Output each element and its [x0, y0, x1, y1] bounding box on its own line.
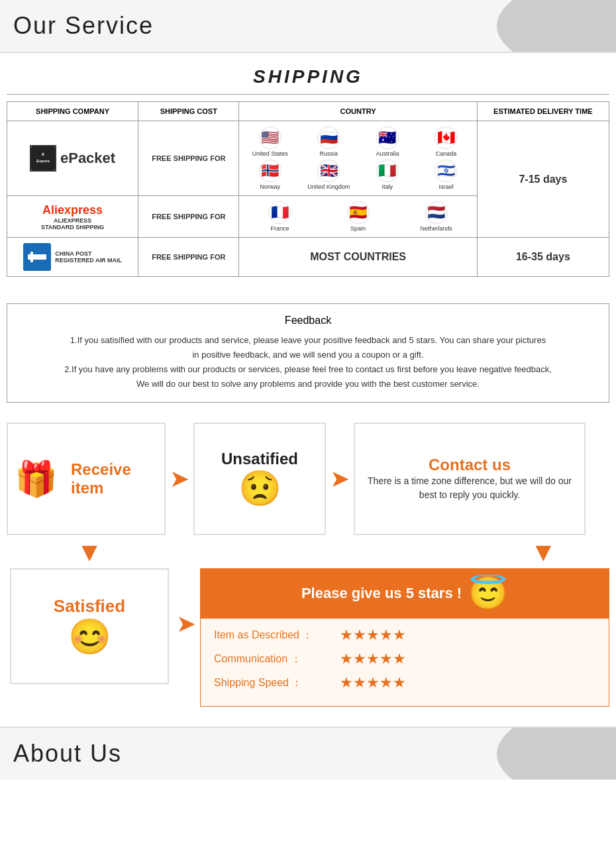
flag-es: 🇪🇸 Spain: [347, 201, 370, 232]
svg-rect-5: [30, 252, 33, 262]
flow-section: 🎁 Receive item ➤ Unsatified 😟 ➤ Contact …: [0, 416, 616, 713]
receive-box: 🎁 Receive item: [7, 423, 166, 535]
arrow-down-right-area: ▼: [200, 535, 609, 568]
epacket-label: ePacket: [60, 150, 115, 167]
flag-fr: 🇫🇷 France: [268, 201, 291, 232]
our-service-header: Our Service: [0, 0, 616, 53]
shipping-section: SHIPPING SHIPPING COMPANY SHIPPING COST …: [0, 53, 616, 290]
shipping-table: SHIPPING COMPANY SHIPPING COST COUNTRY E…: [7, 101, 609, 277]
delivery-time-7-15: 7-15 days: [477, 121, 609, 238]
company-china-post: CHINA POSTREGISTERED AIR MAIL: [7, 238, 138, 277]
flow-bottom-area: ▼ Satisfied 😊 ➤ ▼ Please give us 5 stars…: [7, 535, 609, 707]
flag-ru: 🇷🇺 Russia: [317, 127, 340, 157]
feedback-text: 1.If you satisified with our products an…: [21, 333, 595, 391]
rating-row-shipping: Shipping Speed ： ★★★★★: [214, 674, 595, 691]
unsatisfied-box: Unsatified 😟: [193, 423, 326, 535]
epacket-cost: FREE SHIPPING FOR: [138, 121, 239, 196]
stars-container: Please give us 5 stars ! 😇 Item as Descr…: [200, 568, 609, 707]
rating-row-communication: Communication ： ★★★★★: [214, 650, 595, 668]
col-cost: SHIPPING COST: [138, 102, 239, 121]
flag-au: 🇦🇺 Australia: [376, 127, 399, 157]
contact-box: Contact us There is a time zone differen…: [354, 423, 586, 535]
table-row: e Expres ePacket FREE SHIPPING FOR 🇺🇸: [7, 121, 609, 196]
arrow-right-satisfied: ➤: [172, 566, 200, 682]
stars-ratings: Item as Described ： ★★★★★ Communication …: [200, 619, 609, 707]
svg-rect-0: [31, 146, 55, 170]
stars-banner-area: Please give us 5 stars ! 😇 Item as Descr…: [200, 568, 609, 707]
flag-gb: 🇬🇧 United Kingdom: [307, 160, 350, 190]
unsatisfied-emoji: 😟: [238, 468, 282, 509]
table-row: CHINA POSTREGISTERED AIR MAIL FREE SHIPP…: [7, 238, 609, 277]
satisfied-emoji: 😊: [68, 617, 111, 657]
shipping-divider: [7, 94, 609, 95]
satisfied-box: Satisfied 😊: [10, 568, 169, 684]
china-post-countries: MOST COUNTRIES: [239, 238, 477, 277]
epacket-countries: 🇺🇸 United States 🇷🇺 Russia 🇦🇺 Australia: [239, 121, 477, 196]
flag-no: 🇳🇴 Norway: [259, 160, 282, 190]
col-company: SHIPPING COMPANY: [7, 102, 138, 121]
left-column: ▼ Satisfied 😊: [7, 535, 172, 684]
company-epacket: e Expres ePacket: [7, 121, 138, 196]
about-us-header: About Us: [0, 727, 616, 780]
company-aliexpress: Aliexpress ALIEXPRESSSTANDARD SHIPPING: [7, 196, 138, 238]
col-delivery: ESTIMATED DELIVERY TIME: [477, 102, 609, 121]
header-wave-decoration: [417, 0, 616, 52]
flag-us: 🇺🇸 United States: [252, 127, 288, 157]
china-post-icon: [23, 243, 51, 271]
china-post-cost: FREE SHIPPING FOR: [138, 238, 239, 277]
flag-il: 🇮🇱 Israel: [435, 160, 457, 190]
flag-nl: 🇳🇱 Netherlands: [420, 201, 452, 232]
arrow-down-left: ▼: [10, 535, 169, 568]
five-stars-banner: Please give us 5 stars ! 😇: [200, 568, 609, 619]
aliexpress-logo: Aliexpress: [11, 203, 134, 217]
flag-ca: 🇨🇦 Canada: [435, 127, 457, 157]
feedback-title: Feedback: [21, 315, 595, 327]
flow-top-row: 🎁 Receive item ➤ Unsatified 😟 ➤ Contact …: [7, 423, 609, 535]
flag-it: 🇮🇹 Italy: [376, 160, 399, 190]
about-us-title: About Us: [13, 740, 122, 768]
arrow-right-2: ➤: [330, 465, 350, 493]
arrow-right-1: ➤: [170, 465, 189, 493]
angel-emoji: 😇: [468, 575, 508, 612]
our-service-title: Our Service: [13, 12, 154, 40]
aliexpress-sub: ALIEXPRESSSTANDARD SHIPPING: [11, 217, 134, 230]
gift-icon: 🎁: [15, 459, 58, 499]
china-post-label: CHINA POSTREGISTERED AIR MAIL: [55, 250, 122, 264]
aliexpress-cost: FREE SHIPPING FOR: [138, 196, 239, 238]
epacket-icon: e Expres: [30, 145, 56, 172]
shipping-title: SHIPPING: [7, 66, 609, 87]
rating-row-item: Item as Described ： ★★★★★: [214, 627, 595, 644]
aliexpress-countries: 🇫🇷 France 🇪🇸 Spain 🇳🇱 Netherlands: [239, 196, 477, 238]
feedback-section: Feedback 1.If you satisified with our pr…: [7, 303, 609, 403]
about-header-wave-decoration: [417, 728, 616, 780]
delivery-time-16-35: 16-35 days: [477, 238, 609, 277]
col-country: COUNTRY: [239, 102, 477, 121]
svg-text:e: e: [42, 151, 45, 157]
right-column: ▼ Please give us 5 stars ! 😇 Item as Des…: [200, 535, 609, 707]
svg-text:Expres: Expres: [36, 159, 50, 163]
